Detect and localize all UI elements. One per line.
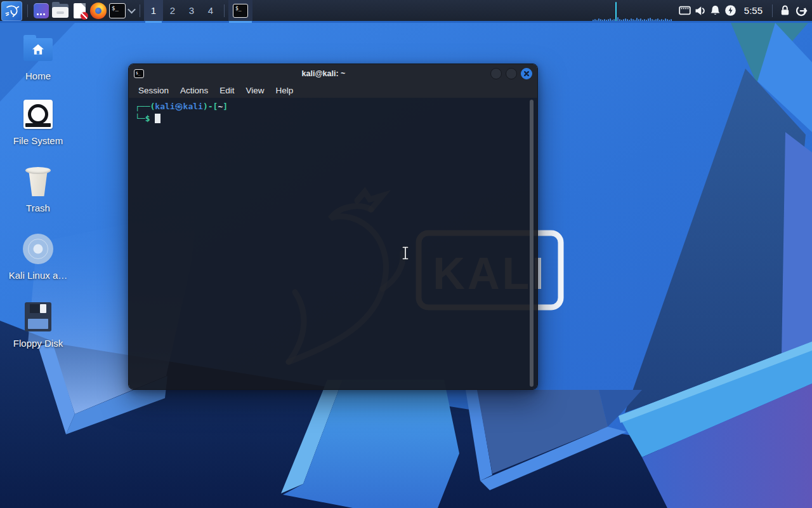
prompt-line-2: └─$ [135,112,531,124]
chevron-down-icon [128,6,136,14]
prompt-line-1: ┌──(kali㉿kali)-[~] [135,101,531,112]
lock-screen-button[interactable] [776,0,793,21]
menu-view[interactable]: View [240,85,270,96]
desktop-icon-label: Kali Linux a… [9,270,68,281]
top-panel: $_ 1 2 3 4 $_ [0,0,812,23]
floppy-disk-icon [25,302,51,332]
menu-help[interactable]: Help [270,85,299,96]
menu-session[interactable]: Session [133,85,174,96]
menu-edit[interactable]: Edit [214,85,240,96]
workspace-1[interactable]: 1 [144,0,163,21]
launcher-dropdown-button[interactable] [127,1,136,20]
panel-separator [772,4,773,17]
menu-actions[interactable]: Actions [174,85,214,96]
desktop-icon-home[interactable]: Home [0,34,76,81]
window-switcher-icon [34,3,49,18]
desktop-icon-kali-disc[interactable]: Kali Linux a… [0,234,76,281]
panel-separator [140,4,140,17]
mouse-ibeam-cursor [400,246,410,261]
panel-separator [224,4,225,17]
taskbar-item-terminal[interactable]: $_ [228,0,252,21]
desktop-icon-file-system[interactable]: File System [0,99,76,146]
kali-disc-icon [23,234,53,264]
panel-separator [27,4,28,17]
window-title: kali@kali: ~ [167,69,480,78]
file-manager-icon [52,4,69,18]
cpu-graph[interactable] [591,0,678,21]
applications-menu-button[interactable] [1,1,22,21]
file-system-drive-icon [23,99,53,130]
desktop-icon-label: File System [13,135,63,146]
terminal-menubar: Session Actions Edit View Help [129,83,537,98]
launcher-file-manager[interactable] [51,1,70,20]
tray-notifications-icon[interactable] [708,0,723,21]
desktop-icon-floppy-disk[interactable]: Floppy Disk [0,302,76,349]
terminal-window-icon: $_ [134,69,144,78]
desktop: KALI Home File System Trash Kali Linux a… [0,0,812,508]
home-folder-icon [23,34,53,65]
text-editor-icon [74,3,86,18]
terminal-icon: $_ [233,4,248,18]
tray-display-icon[interactable] [678,0,693,21]
terminal-scrollbar[interactable] [530,100,534,387]
maximize-button[interactable] [506,68,517,79]
logout-icon [795,4,808,17]
terminal-window: $_ kali@kali: ~ Session Actions Edit Vie… [128,64,538,390]
terminal-cursor [155,114,160,123]
minimize-button[interactable] [490,68,502,79]
lock-icon [779,4,791,17]
launcher-firefox[interactable] [89,1,108,20]
logout-button[interactable] [793,0,809,21]
close-button[interactable] [521,68,532,79]
trash-can-icon [25,166,51,197]
window-titlebar[interactable]: $_ kali@kali: ~ [129,64,537,83]
launcher-window-switcher[interactable] [32,1,51,20]
prompt-user: kali㉿kali [155,102,203,111]
desktop-icon-label: Home [25,70,51,81]
close-icon [521,69,532,79]
workspace-4[interactable]: 4 [201,0,220,21]
house-icon [31,43,45,56]
desktop-icon-label: Floppy Disk [13,338,63,349]
launcher-terminal[interactable]: $_ [108,1,127,20]
tray-power-manager-icon[interactable] [723,0,738,21]
desktop-icon-trash[interactable]: Trash [0,166,76,213]
terminal-icon: $_ [109,3,126,18]
workspace-3[interactable]: 3 [182,0,201,21]
kali-logo-icon [4,3,20,18]
firefox-icon [90,3,107,19]
launcher-text-editor[interactable] [70,1,89,20]
desktop-icon-label: Trash [26,203,50,213]
tray-volume-icon[interactable] [693,0,708,21]
clock[interactable]: 5:55 [738,0,768,21]
terminal-output-area[interactable]: ┌──(kali㉿kali)-[~] └─$ [129,98,537,389]
workspace-2[interactable]: 2 [163,0,182,21]
